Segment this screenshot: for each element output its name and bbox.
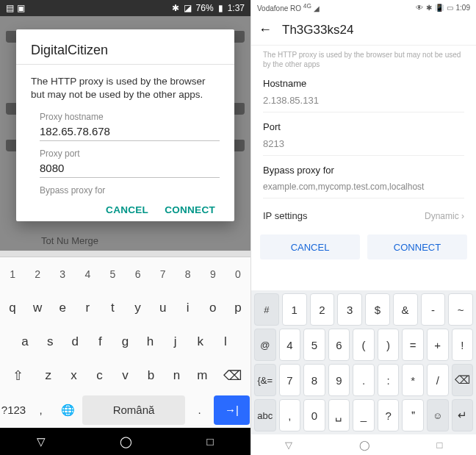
nav-recent[interactable]: □ bbox=[437, 440, 443, 451]
key-0[interactable]: 0 bbox=[226, 259, 250, 289]
key-s[interactable]: s bbox=[38, 327, 62, 357]
key-w[interactable]: w bbox=[26, 293, 49, 323]
key-dot[interactable]: . bbox=[187, 395, 212, 425]
key-1[interactable]: 1 bbox=[282, 293, 307, 326]
key-r[interactable]: r bbox=[76, 293, 99, 323]
key-4[interactable]: 4 bbox=[76, 259, 99, 289]
key-v[interactable]: v bbox=[113, 361, 137, 390]
battery-icon: ▮ bbox=[218, 3, 223, 13]
key-m[interactable]: m bbox=[190, 361, 214, 390]
key-symbols[interactable]: ?123 bbox=[1, 395, 26, 425]
bypass-input[interactable]: example.com,mycomp.test.com,localhost bbox=[263, 182, 464, 192]
key-?[interactable]: ? bbox=[378, 399, 400, 431]
key-d[interactable]: d bbox=[63, 327, 87, 357]
key-{&=[interactable]: {&= bbox=[254, 364, 276, 396]
key-c[interactable]: c bbox=[87, 361, 112, 390]
key-~[interactable]: ~ bbox=[448, 293, 473, 326]
key-1[interactable]: 1 bbox=[1, 259, 24, 289]
key-0[interactable]: 0 bbox=[303, 399, 325, 431]
key-h[interactable]: h bbox=[139, 327, 162, 357]
keyboard[interactable]: 1234567890 qwertyuiop asdfghjkl ⇧zxcvbnm… bbox=[0, 257, 250, 428]
key-&[interactable]: & bbox=[393, 293, 418, 326]
key-t[interactable]: t bbox=[101, 293, 124, 323]
key-5[interactable]: 5 bbox=[101, 259, 124, 289]
key-7[interactable]: 7 bbox=[279, 364, 301, 396]
key-globe[interactable]: 🌐 bbox=[55, 395, 81, 425]
keyboard[interactable]: #123$&-~ @456()=+! {&=789.:*/⌫ abc,0␣_?＂… bbox=[251, 290, 476, 434]
key-)[interactable]: ) bbox=[378, 329, 400, 361]
key-l[interactable]: l bbox=[214, 327, 237, 357]
nav-back[interactable]: ▽ bbox=[37, 435, 46, 448]
key-enter[interactable]: →| bbox=[214, 395, 250, 425]
key-5[interactable]: 5 bbox=[303, 329, 325, 361]
key-#[interactable]: # bbox=[254, 293, 279, 326]
back-icon[interactable]: ← bbox=[259, 22, 272, 37]
key-j[interactable]: j bbox=[164, 327, 187, 357]
key-_[interactable]: _ bbox=[353, 399, 375, 431]
key-$[interactable]: $ bbox=[365, 293, 390, 326]
key-⌫[interactable]: ⌫ bbox=[216, 361, 250, 390]
key-y[interactable]: y bbox=[126, 293, 150, 323]
key-+[interactable]: + bbox=[427, 329, 449, 361]
key-p[interactable]: p bbox=[226, 293, 250, 323]
key-f[interactable]: f bbox=[88, 327, 112, 357]
connect-button[interactable]: CONNECT bbox=[367, 234, 467, 259]
key-![interactable]: ! bbox=[452, 329, 474, 361]
key-2[interactable]: 2 bbox=[310, 293, 335, 326]
nav-home[interactable]: ◯ bbox=[120, 435, 132, 448]
key-4[interactable]: 4 bbox=[279, 329, 301, 361]
key-.[interactable]: . bbox=[353, 364, 375, 396]
key-9[interactable]: 9 bbox=[328, 364, 350, 396]
ip-settings-row[interactable]: IP settings Dynamic › bbox=[263, 207, 464, 224]
key-6[interactable]: 6 bbox=[126, 259, 150, 289]
key-q[interactable]: q bbox=[1, 293, 24, 323]
key-8[interactable]: 8 bbox=[176, 259, 200, 289]
key-⇧[interactable]: ⇧ bbox=[1, 361, 35, 390]
cancel-button[interactable]: CANCEL bbox=[106, 204, 148, 215]
key-z[interactable]: z bbox=[36, 361, 60, 390]
key-2[interactable]: 2 bbox=[26, 259, 49, 289]
key-␣[interactable]: ␣ bbox=[328, 399, 350, 431]
key--[interactable]: - bbox=[421, 293, 446, 326]
key-↵[interactable]: ↵ bbox=[452, 399, 474, 431]
port-input[interactable]: 8080 bbox=[40, 162, 220, 178]
cancel-button[interactable]: CANCEL bbox=[260, 234, 360, 259]
key-u[interactable]: u bbox=[151, 293, 175, 323]
key-7[interactable]: 7 bbox=[151, 259, 175, 289]
nav-home[interactable]: ◯ bbox=[359, 440, 370, 451]
key-=[interactable]: = bbox=[402, 329, 424, 361]
key-g[interactable]: g bbox=[113, 327, 137, 357]
key-/[interactable]: / bbox=[427, 364, 449, 396]
key-:[interactable]: : bbox=[378, 364, 400, 396]
bypass-label: Bypass proxy for bbox=[263, 165, 464, 176]
key-,[interactable]: , bbox=[279, 399, 301, 431]
key-3[interactable]: 3 bbox=[337, 293, 362, 326]
nav-back[interactable]: ▽ bbox=[285, 440, 292, 451]
key-i[interactable]: i bbox=[176, 293, 200, 323]
key-8[interactable]: 8 bbox=[303, 364, 325, 396]
key-x[interactable]: x bbox=[62, 361, 86, 390]
port-input[interactable]: 8213 bbox=[263, 138, 464, 149]
key-＂[interactable]: ＂ bbox=[402, 399, 424, 431]
key-space[interactable]: Română bbox=[82, 395, 185, 425]
connect-button[interactable]: CONNECT bbox=[165, 204, 215, 215]
key-b[interactable]: b bbox=[139, 361, 163, 390]
key-☺[interactable]: ☺ bbox=[427, 399, 449, 431]
hostname-input[interactable]: 2.138.85.131 bbox=[263, 95, 464, 106]
key-k[interactable]: k bbox=[189, 327, 212, 357]
key-*[interactable]: * bbox=[402, 364, 424, 396]
key-@[interactable]: @ bbox=[254, 329, 276, 361]
key-3[interactable]: 3 bbox=[51, 259, 74, 289]
key-e[interactable]: e bbox=[51, 293, 74, 323]
hostname-input[interactable]: 182.65.78.678 bbox=[40, 125, 220, 141]
key-([interactable]: ( bbox=[353, 329, 375, 361]
nav-recent[interactable]: □ bbox=[206, 435, 213, 448]
key-abc[interactable]: abc bbox=[254, 399, 276, 431]
key-⌫[interactable]: ⌫ bbox=[452, 364, 474, 396]
key-n[interactable]: n bbox=[165, 361, 189, 390]
key-9[interactable]: 9 bbox=[201, 259, 225, 289]
key-a[interactable]: a bbox=[13, 327, 37, 357]
key-o[interactable]: o bbox=[201, 293, 225, 323]
key-comma[interactable]: , bbox=[28, 395, 54, 425]
key-6[interactable]: 6 bbox=[328, 329, 350, 361]
